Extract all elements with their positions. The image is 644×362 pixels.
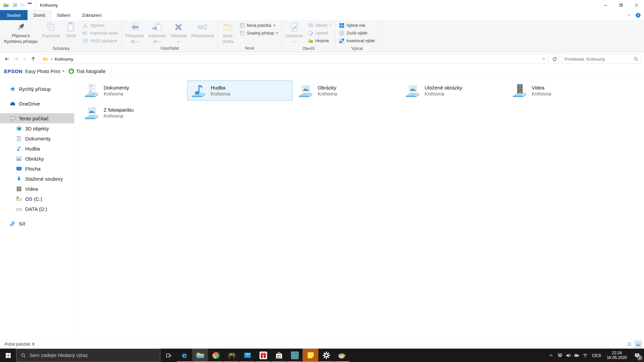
ribbon-button-vyjmout[interactable]: Vyjmout bbox=[81, 22, 119, 29]
sidebar-item-dokumenty[interactable]: Dokumenty bbox=[0, 133, 74, 143]
ribbon-button-kopirovat-do[interactable]: Kopírovatdo bbox=[146, 20, 168, 44]
library-tile-ulozene-obrazky[interactable]: Uložené obrázkyKnihovna bbox=[401, 80, 506, 101]
folder-view[interactable]: DokumentyKnihovnaHudbaKnihovnaObrázkyKni… bbox=[74, 77, 644, 339]
tile-text: Z fotoaparátuKnihovna bbox=[104, 107, 133, 119]
picture-icon bbox=[16, 156, 22, 162]
up-button[interactable] bbox=[29, 55, 38, 63]
sidebar-item-data-d[interactable]: DATA (D:) bbox=[0, 204, 74, 214]
ribbon-button-nova-polozka[interactable]: Nová položka bbox=[238, 22, 279, 29]
library-tile-dokumenty[interactable]: DokumentyKnihovna bbox=[80, 80, 185, 101]
ribbon-button-vlozit-zastupce[interactable]: Vložit zástupce bbox=[81, 37, 119, 44]
taskbar-search-input[interactable] bbox=[30, 353, 159, 358]
ribbon-button-upravit[interactable]: Upravit bbox=[307, 29, 333, 37]
sidebar-item-hudba[interactable]: Hudba bbox=[0, 143, 74, 154]
ribbon-button-invertovat-vyber[interactable]: Invertovat výběr bbox=[338, 37, 376, 44]
wifi-button[interactable] bbox=[581, 349, 589, 362]
volume-button[interactable] bbox=[564, 349, 573, 362]
new-item-icon bbox=[239, 23, 245, 28]
sidebar-item-sit[interactable]: Síť bbox=[0, 219, 74, 229]
language-indicator[interactable]: CES bbox=[589, 353, 604, 358]
ribbon-button-snadny-pristup[interactable]: Snadný přístup bbox=[238, 29, 279, 37]
tab-sdileni[interactable]: Sdílení bbox=[51, 10, 76, 20]
sidebar-item-obrazky[interactable]: Obrázky bbox=[0, 154, 74, 164]
sidebar-item-stazene-soubory[interactable]: Stažené soubory bbox=[0, 174, 74, 184]
battery-button[interactable] bbox=[573, 349, 581, 362]
ribbon-button-kopirovat[interactable]: Kopírovat bbox=[40, 20, 62, 38]
taskbar-app-file-explorer[interactable] bbox=[192, 349, 208, 362]
ribbon-button-odstranit[interactable]: Odstranit bbox=[168, 20, 189, 44]
ribbon-button-nova-slozka[interactable]: Novásložka bbox=[219, 20, 237, 44]
ribbon-button-zrusit-vyber[interactable]: Zrušit výběr bbox=[338, 29, 376, 37]
qat-new-folder-button[interactable] bbox=[19, 1, 26, 9]
details-view-button[interactable] bbox=[627, 341, 634, 348]
refresh-button[interactable] bbox=[550, 54, 559, 64]
close-icon bbox=[635, 3, 638, 7]
taskbar-app-sticky-notes[interactable] bbox=[303, 349, 318, 362]
ribbon-button-presunout-do[interactable]: Přesunoutdo bbox=[123, 20, 146, 44]
ribbon-button-otevrit[interactable]: Otevřít bbox=[307, 22, 333, 29]
taskbar-app-sims[interactable] bbox=[287, 349, 303, 362]
tile-text: ObrázkyKnihovna bbox=[318, 84, 337, 97]
ribbon: Připnout kRychlému přístupuKopírovatVlož… bbox=[0, 20, 644, 52]
show-hidden-icons-button[interactable] bbox=[546, 349, 556, 362]
help-button[interactable]: ? bbox=[636, 13, 641, 18]
library-tile-videa[interactable]: VideaKnihovna bbox=[508, 80, 613, 101]
breadcrumb[interactable]: Knihovny bbox=[55, 57, 73, 62]
sidebar-item-tento-pocitac[interactable]: Tento počítač bbox=[0, 113, 74, 123]
tab-soubor[interactable]: Soubor bbox=[0, 10, 28, 20]
taskbar-app-gift-app[interactable] bbox=[255, 349, 271, 362]
sidebar-item-rychly-pristup[interactable]: Rychlý přístup bbox=[0, 84, 74, 94]
collapse-ribbon-button[interactable] bbox=[627, 13, 632, 18]
taskbar-app-store[interactable] bbox=[271, 349, 287, 362]
sidebar-item-onedrive[interactable]: OneDrive bbox=[0, 99, 74, 109]
sidebar-item-os-c[interactable]: OS (C:) bbox=[0, 194, 74, 204]
qat-customize-button[interactable] bbox=[26, 1, 34, 9]
sidebar-item-videa[interactable]: Videa bbox=[0, 184, 74, 194]
recent-locations-button[interactable] bbox=[20, 55, 29, 63]
dropdown-caret-icon bbox=[159, 41, 161, 43]
tab-domu[interactable]: Domů bbox=[28, 10, 51, 20]
taskbar-app-edge[interactable]: e bbox=[176, 349, 192, 362]
ribbon-button-historie[interactable]: Historie bbox=[307, 37, 333, 44]
taskbar-app-chrome[interactable] bbox=[208, 349, 224, 362]
ribbon-button-vlastnosti[interactable]: Vlastnosti bbox=[283, 20, 305, 44]
search-box bbox=[561, 54, 641, 64]
ribbon-button-vlozit[interactable]: Vložit bbox=[62, 20, 80, 38]
epson-dropdown-button[interactable] bbox=[62, 71, 64, 72]
library-tile-hudba[interactable]: HudbaKnihovna bbox=[187, 80, 292, 101]
ribbon-button-kopirovat-cestu[interactable]: Kopírovat cestu bbox=[81, 29, 119, 37]
sidebar-item-plocha[interactable]: Plocha bbox=[0, 164, 74, 174]
start-button[interactable] bbox=[0, 349, 16, 362]
search-input[interactable] bbox=[565, 57, 634, 62]
dropbox-icon bbox=[557, 353, 562, 358]
taskbar-app-paint[interactable] bbox=[334, 349, 350, 362]
dropbox-tray-button[interactable] bbox=[556, 349, 564, 362]
ribbon-button-pripnout-k-rychlemu-pristupu[interactable]: Připnout kRychlému přístupu bbox=[2, 20, 40, 44]
task-view-icon bbox=[166, 353, 171, 358]
taskbar-app-cheat-engine[interactable] bbox=[224, 349, 239, 362]
back-button[interactable] bbox=[3, 55, 11, 63]
library-tile-z-fotoaparatu[interactable]: Z fotoaparátuKnihovna bbox=[80, 103, 185, 123]
task-view-button[interactable] bbox=[160, 349, 176, 362]
paste-icon bbox=[65, 22, 76, 33]
taskbar-app-mail[interactable] bbox=[239, 349, 255, 362]
ribbon-button-prejmenovat[interactable]: Přejmenovat bbox=[189, 20, 216, 38]
thumbnail-view-button[interactable] bbox=[635, 341, 642, 348]
action-center-button[interactable]: 2 bbox=[630, 349, 644, 362]
close-button[interactable] bbox=[629, 0, 644, 10]
tab-zobrazeni[interactable]: Zobrazení bbox=[76, 10, 107, 20]
minimize-button[interactable] bbox=[598, 0, 613, 10]
address-dropdown-button[interactable] bbox=[542, 57, 546, 61]
new-folder-large-icon bbox=[222, 22, 233, 33]
sidebar-item-3d-objekty[interactable]: 3D objekty bbox=[0, 123, 74, 133]
print-photo-button[interactable]: Tisk fotografie bbox=[76, 69, 105, 74]
forward-button[interactable] bbox=[11, 55, 20, 63]
address-bar[interactable]: Knihovny bbox=[39, 54, 549, 64]
library-tile-obrazky[interactable]: ObrázkyKnihovna bbox=[294, 80, 399, 101]
qat-properties-button[interactable] bbox=[11, 1, 19, 9]
ribbon-button-vybrat-vse[interactable]: Vybrat vše bbox=[338, 22, 376, 29]
taskbar-app-settings[interactable] bbox=[318, 349, 334, 362]
restore-button[interactable] bbox=[613, 0, 629, 10]
time: 22:24 bbox=[607, 351, 627, 355]
clock[interactable]: 22:24 16.05.2020 bbox=[604, 351, 630, 360]
